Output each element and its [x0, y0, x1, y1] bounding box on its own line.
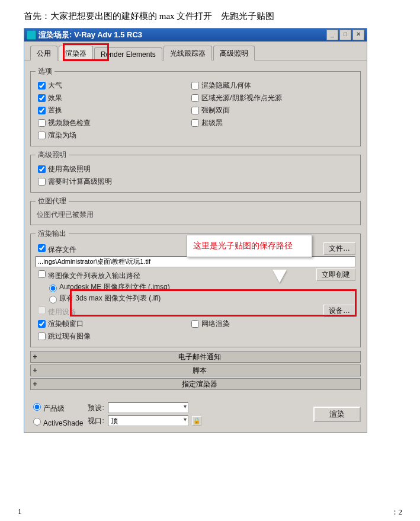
page-intro-text: 首先：大家把想要出图的建好模的 max 文件打开 先跑光子贴图 [24, 11, 402, 22]
lbl-viewport: 视口: [88, 416, 104, 426]
tab-bar: 公用 渲染器 Render Elements 光线跟踪器 高级照明 [24, 41, 367, 60]
radio-production[interactable] [33, 403, 41, 411]
page-number-left: 1 [18, 507, 22, 517]
app-icon [27, 30, 36, 40]
chk-effects[interactable] [38, 94, 46, 102]
rollout-script[interactable]: +脚本 [30, 365, 361, 376]
chk-rendered-frame-window[interactable] [38, 320, 46, 328]
chk-video-color-check[interactable] [38, 119, 46, 127]
expand-icon: + [31, 380, 39, 388]
callout-text: 这里是光子贴图的保存路径 [193, 241, 293, 250]
close-button[interactable]: ✕ [352, 30, 364, 40]
viewport-dropdown[interactable]: 顶 [108, 415, 188, 426]
bitmap-proxy-status: 位图代理已被禁用 [37, 210, 355, 220]
lbl-atmosphere: 大气 [48, 81, 62, 91]
chk-displacement[interactable] [38, 107, 46, 114]
lbl-displacement: 置换 [48, 106, 62, 116]
expand-icon: + [31, 366, 39, 375]
device-button[interactable]: 设备… [323, 305, 355, 317]
lbl-save-file: 保存文件 [48, 245, 76, 254]
save-file-path[interactable]: ...ings\Administrator\桌面\教程\玩玩1.tif [36, 256, 355, 267]
chk-skip-existing[interactable] [38, 333, 46, 340]
lbl-effects: 效果 [48, 93, 62, 103]
lbl-skip-existing: 跳过现有图像 [48, 331, 91, 341]
lbl-use-device: 使用设备 [48, 308, 76, 316]
lbl-render-hidden: 渲染隐藏几何体 [201, 81, 251, 91]
rollout-assign-renderer[interactable]: +指定渲染器 [30, 378, 361, 390]
rollout-assign-title: 指定渲染器 [39, 379, 360, 389]
radio-activeshade[interactable] [33, 418, 41, 426]
lbl-rendered-frame-window: 渲染帧窗口 [48, 319, 84, 329]
adv-lighting-legend: 高级照明 [36, 150, 69, 160]
footer-bar: 产品级 ActiveShade 预设: 视口:顶🔒 渲染 [24, 398, 367, 432]
lbl-render-to-fields: 渲染为场 [48, 130, 76, 140]
callout-box: 这里是光子贴图的保存路径 [187, 235, 312, 257]
tab-raytracer[interactable]: 光线跟踪器 [163, 46, 212, 60]
chk-put-image-list[interactable] [38, 270, 46, 278]
lock-icon[interactable]: 🔒 [192, 416, 201, 426]
save-file-browse-button[interactable]: 文件… [323, 242, 355, 255]
chk-render-to-fields[interactable] [38, 132, 46, 139]
render-output-legend: 渲染输出 [36, 229, 69, 239]
create-now-button[interactable]: 立即创建 [316, 269, 355, 281]
chk-super-black[interactable] [191, 119, 199, 127]
expand-icon: + [31, 353, 39, 361]
tab-common[interactable]: 公用 [30, 46, 57, 60]
rollout-email-title: 电子邮件通知 [39, 352, 360, 362]
chk-save-file[interactable] [38, 244, 46, 252]
lbl-activeshade: ActiveShade [43, 419, 83, 427]
bitmap-proxy-group: 位图代理 位图代理已被禁用 [30, 196, 361, 225]
callout-tail [272, 270, 287, 283]
lbl-preset: 预设: [88, 403, 104, 413]
lbl-compute-adv-lighting: 需要时计算高级照明 [48, 177, 112, 187]
bitmap-proxy-legend: 位图代理 [36, 196, 69, 206]
lbl-force-2sided: 强制双面 [201, 106, 230, 116]
options-legend: 选项 [36, 66, 54, 76]
lbl-video-color-check: 视频颜色检查 [48, 118, 91, 128]
lbl-production: 产品级 [43, 404, 65, 413]
chk-render-hidden[interactable] [191, 82, 199, 90]
lbl-net-render: 网络渲染 [201, 319, 230, 329]
preset-dropdown[interactable] [108, 402, 188, 413]
lbl-ifl-list: 原有 3ds max 图像文件列表 (.ifl) [59, 293, 161, 303]
radio-ame-seq[interactable] [49, 285, 57, 292]
tab-render-elements[interactable]: Render Elements [94, 47, 162, 60]
chk-atmosphere[interactable] [38, 82, 46, 90]
options-group: 选项 大气 渲染隐藏几何体 效果 区域光源/阴影视作点光源 置换 强制双面 视 [30, 66, 361, 146]
page-number-right: ：2 [391, 507, 403, 517]
radio-ifl-list[interactable] [49, 296, 57, 303]
tab-renderer[interactable]: 渲染器 [59, 46, 93, 60]
chk-force-2sided[interactable] [191, 107, 199, 114]
titlebar: 渲染场景: V-Ray Adv 1.5 RC3 _ □ ✕ [24, 28, 367, 41]
rollout-email[interactable]: +电子邮件通知 [30, 351, 361, 363]
chk-use-adv-lighting[interactable] [38, 165, 46, 173]
rollout-script-title: 脚本 [39, 366, 360, 376]
maximize-button[interactable]: □ [339, 30, 351, 40]
chk-use-device[interactable] [38, 306, 46, 314]
chk-compute-adv-lighting[interactable] [38, 178, 46, 186]
lbl-area-as-point: 区域光源/阴影视作点光源 [201, 93, 281, 103]
render-button[interactable]: 渲染 [313, 407, 361, 422]
render-scene-window: 渲染场景: V-Ray Adv 1.5 RC3 _ □ ✕ 公用 渲染器 Ren… [24, 28, 367, 433]
tab-advanced-lighting[interactable]: 高级照明 [213, 46, 255, 60]
panel-body: 选项 大气 渲染隐藏几何体 效果 区域光源/阴影视作点光源 置换 强制双面 视 [24, 60, 367, 398]
minimize-button[interactable]: _ [326, 30, 338, 40]
lbl-ame-seq: Autodesk ME 图像序列文件 (.imsq) [59, 282, 170, 292]
lbl-put-image-list: 将图像文件列表放入输出路径 [48, 271, 140, 280]
chk-net-render[interactable] [191, 320, 199, 328]
lbl-use-adv-lighting: 使用高级照明 [48, 164, 91, 174]
adv-lighting-group: 高级照明 使用高级照明 需要时计算高级照明 [30, 150, 361, 193]
screenshot-container: 渲染场景: V-Ray Adv 1.5 RC3 _ □ ✕ 公用 渲染器 Ren… [24, 28, 367, 433]
lbl-super-black: 超级黑 [201, 118, 223, 128]
chk-area-as-point[interactable] [191, 94, 199, 102]
window-title: 渲染场景: V-Ray Adv 1.5 RC3 [39, 30, 326, 40]
